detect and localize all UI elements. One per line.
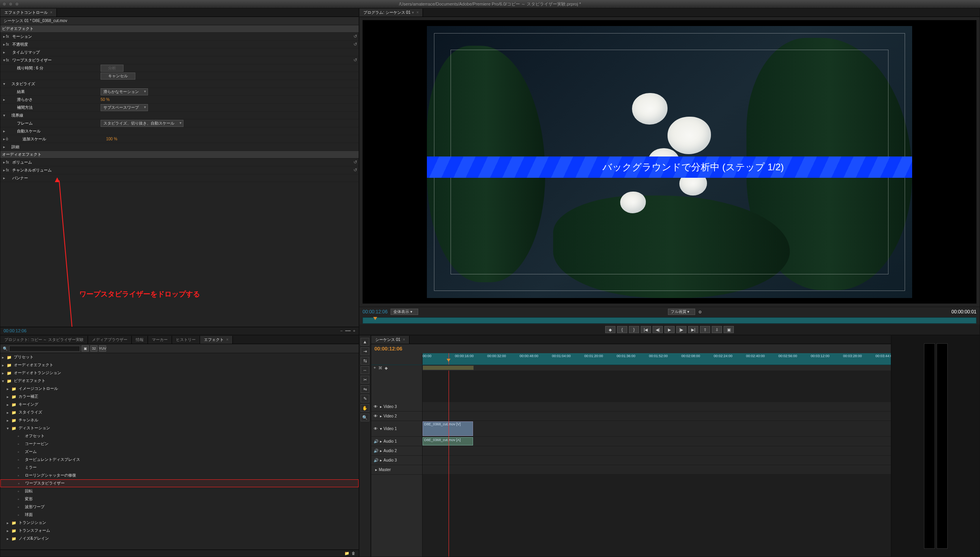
- twirl-icon[interactable]: ▸: [380, 439, 382, 443]
- eye-icon[interactable]: 👁: [374, 414, 378, 418]
- twirl-icon[interactable]: ▸: [7, 395, 11, 399]
- effects-search-input[interactable]: [9, 346, 80, 352]
- export-frame-button[interactable]: ▣: [724, 326, 734, 333]
- ripple-edit-tool[interactable]: ⇆: [361, 357, 369, 365]
- effects-tree-item[interactable]: ▫タービュレントディスプレイス: [0, 456, 359, 464]
- twirl-icon[interactable]: ▸: [7, 402, 11, 407]
- program-scrubber[interactable]: [363, 317, 976, 324]
- go-to-in-button[interactable]: |◀: [641, 326, 651, 333]
- effects-tree-item[interactable]: ▸📁チャンネル: [0, 416, 359, 424]
- tab-history[interactable]: ヒストリー: [172, 336, 200, 344]
- eye-icon[interactable]: 👁: [374, 404, 378, 409]
- twirl-icon[interactable]: ▸: [7, 410, 11, 415]
- hand-tool[interactable]: ✋: [361, 404, 369, 412]
- effects-tree-item[interactable]: ▫波形ワープ: [0, 503, 359, 511]
- twirl-icon[interactable]: ▸: [7, 529, 11, 533]
- twirl-icon[interactable]: ▸: [2, 160, 6, 164]
- effects-tree-item[interactable]: ▸📁ノイズ&グレイン: [0, 535, 359, 542]
- twirl-icon[interactable]: ▸: [7, 418, 11, 423]
- twirl-icon[interactable]: ▸: [2, 355, 7, 360]
- track-lanes[interactable]: D8E_0368_cut.mov [V] D8E_0368_cut.mov [A…: [423, 371, 891, 557]
- mark-in-button[interactable]: {: [617, 326, 627, 333]
- effects-tree-item[interactable]: ▸📁プリセット: [0, 353, 359, 361]
- tab-program[interactable]: プログラム: シーケンス 01▾×: [359, 9, 423, 17]
- tab-media-browser[interactable]: メディアブラウザー: [88, 336, 132, 344]
- addl-scale-value[interactable]: 100 %: [106, 137, 117, 141]
- tab-markers[interactable]: マーカー: [148, 336, 172, 344]
- delete-icon[interactable]: 🗑: [352, 551, 355, 555]
- effects-tree-item[interactable]: ▫ズーム: [0, 448, 359, 456]
- reset-icon[interactable]: ↺: [353, 58, 357, 63]
- close-window-dot[interactable]: [2, 2, 6, 6]
- twirl-icon[interactable]: ▸: [2, 145, 6, 149]
- tab-sequence[interactable]: シーケンス 01×: [371, 336, 410, 344]
- marker-add-icon[interactable]: ◆: [385, 366, 388, 370]
- twirl-icon[interactable]: ▸: [2, 42, 6, 47]
- framing-dropdown[interactable]: スタビライズ、切り抜き、自動スケール: [101, 120, 183, 127]
- filter-32bit-button[interactable]: 32: [90, 345, 97, 352]
- twirl-icon[interactable]: ▾: [2, 82, 6, 86]
- pen-tool[interactable]: ✎: [361, 395, 369, 402]
- reset-icon[interactable]: ↺: [353, 34, 357, 39]
- step-forward-button[interactable]: |▶: [676, 326, 686, 333]
- timecode-display[interactable]: 00:00:12:06: [4, 328, 26, 333]
- reset-icon[interactable]: ↺: [353, 168, 357, 173]
- cancel-button[interactable]: キャンセル: [101, 73, 135, 80]
- method-dropdown[interactable]: サブスペースワープ: [101, 104, 148, 111]
- tab-effect-controls[interactable]: エフェクトコントロール×: [0, 9, 57, 17]
- work-area-bar[interactable]: ⌖ ⌘ ◆: [371, 365, 891, 371]
- effect-channel-volume[interactable]: チャンネルボリューム: [12, 168, 107, 173]
- effect-volume[interactable]: ボリューム: [12, 160, 107, 165]
- effects-tree-item[interactable]: ▸📁トランジション: [0, 519, 359, 527]
- go-to-out-button[interactable]: ▶|: [688, 326, 698, 333]
- effects-tree-item[interactable]: ▫オフセット: [0, 432, 359, 440]
- add-marker-button[interactable]: ◆: [605, 326, 615, 333]
- effects-tree[interactable]: ▸📁プリセット▸📁オーディオエフェクト▸📁オーディオトランジション▾📁ビデオエフ…: [0, 353, 359, 550]
- speaker-icon[interactable]: 🔊: [374, 449, 378, 453]
- speaker-icon[interactable]: 🔊: [374, 458, 378, 462]
- close-icon[interactable]: ×: [416, 10, 419, 15]
- effects-tree-item[interactable]: ▸📁オーディオトランジション: [0, 369, 359, 377]
- linked-selection-icon[interactable]: ⌘: [378, 366, 382, 370]
- twirl-icon[interactable]: ▾: [7, 426, 11, 430]
- effects-tree-item[interactable]: ▸📁トランスフォーム: [0, 527, 359, 535]
- lift-button[interactable]: ⇧: [700, 326, 710, 333]
- twirl-icon[interactable]: ▸: [2, 137, 6, 141]
- new-bin-icon[interactable]: 📁: [344, 551, 349, 555]
- close-icon[interactable]: ×: [50, 10, 52, 15]
- twirl-icon[interactable]: ▸: [2, 97, 6, 102]
- effects-tree-item[interactable]: ▫コーナーピン: [0, 440, 359, 448]
- effects-tree-item[interactable]: ▾📁ディストーション: [0, 424, 359, 432]
- timeline-timecode[interactable]: 00:00:12:06: [374, 346, 402, 352]
- step-back-button[interactable]: ◀|: [653, 326, 663, 333]
- fx-badge[interactable]: fx: [6, 42, 11, 47]
- effects-tree-item[interactable]: ▸📁スタイライズ: [0, 408, 359, 416]
- mark-out-button[interactable]: }: [629, 326, 639, 333]
- effects-tree-item[interactable]: ▸📁イメージコントロール: [0, 385, 359, 393]
- play-button[interactable]: ▶: [664, 326, 675, 333]
- effects-tree-item[interactable]: ▫球面: [0, 511, 359, 519]
- playhead-icon[interactable]: [447, 359, 451, 362]
- tab-info[interactable]: 情報: [132, 336, 148, 344]
- tab-project[interactable]: プロジェクト: コピー ～ スタビライザー実験: [0, 336, 88, 344]
- twirl-icon[interactable]: ▸: [2, 50, 6, 54]
- twirl-icon[interactable]: ▸: [380, 414, 382, 418]
- track-header-a2[interactable]: 🔊▸Audio 2: [371, 446, 422, 456]
- effects-tree-item[interactable]: ▸📁カラー補正: [0, 393, 359, 401]
- track-select-tool[interactable]: ⇥: [361, 347, 369, 355]
- twirl-icon[interactable]: ▸: [380, 458, 382, 462]
- effect-motion[interactable]: モーション: [12, 34, 107, 39]
- program-timecode-current[interactable]: 00:00:12:06: [363, 309, 387, 315]
- video-clip[interactable]: D8E_0368_cut.mov [V]: [423, 421, 473, 436]
- track-header-v3[interactable]: 👁▸Video 3: [371, 402, 422, 412]
- audio-clip[interactable]: D8E_0368_cut.mov [A]: [423, 437, 473, 445]
- effects-tree-item[interactable]: ▫ワープスタビライザー: [0, 479, 359, 487]
- twirl-icon[interactable]: ▸: [375, 468, 377, 472]
- playhead-icon[interactable]: [373, 317, 377, 320]
- effect-timeremap[interactable]: タイムリマップ: [12, 50, 107, 55]
- track-header-a1[interactable]: 🔊▸Audio 1: [371, 437, 422, 446]
- program-view[interactable]: バックグラウンドで分析中 (ステップ 1/2): [363, 20, 976, 304]
- twirl-icon[interactable]: ▾: [2, 58, 6, 62]
- filter-accelerated-button[interactable]: ▣: [82, 345, 89, 352]
- zoom-tool[interactable]: 🔍: [361, 414, 369, 421]
